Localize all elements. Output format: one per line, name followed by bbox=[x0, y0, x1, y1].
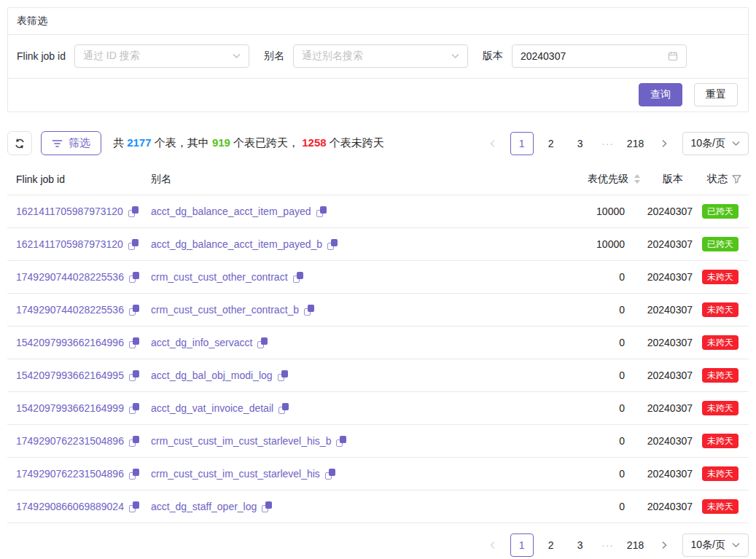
copy-icon[interactable] bbox=[327, 239, 338, 250]
page-button-1[interactable]: 1 bbox=[510, 533, 534, 557]
alias-link[interactable]: crm_cust_cust_im_cust_starlevel_his bbox=[151, 468, 320, 480]
page-button-2[interactable]: 2 bbox=[539, 533, 563, 557]
copy-icon[interactable] bbox=[129, 305, 139, 316]
job-id-link[interactable]: 1749290866069889024 bbox=[16, 501, 124, 512]
next-page-button[interactable] bbox=[653, 132, 677, 155]
copy-icon[interactable] bbox=[128, 239, 139, 250]
page-size-select[interactable]: 10条/页 bbox=[682, 132, 749, 155]
page-button-3[interactable]: 3 bbox=[569, 533, 592, 557]
priority-cell: 0 bbox=[538, 501, 640, 512]
reset-button[interactable]: 重置 bbox=[694, 83, 738, 106]
copy-icon[interactable] bbox=[129, 403, 139, 414]
chevron-down-icon bbox=[233, 53, 241, 59]
alias-link[interactable]: crm_cust_cust_other_contract bbox=[151, 271, 288, 283]
filter-card-title: 表筛选 bbox=[8, 8, 748, 35]
copy-icon[interactable] bbox=[257, 337, 268, 348]
summary-seg: 个表，其中 bbox=[152, 136, 212, 149]
copy-icon[interactable] bbox=[293, 272, 303, 283]
job-id-link[interactable]: 1749290744028225536 bbox=[16, 271, 124, 283]
flink-job-id-select[interactable]: 通过 ID 搜索 bbox=[74, 44, 249, 68]
copy-icon[interactable] bbox=[278, 370, 288, 381]
page-button-218[interactable]: 218 bbox=[624, 132, 647, 155]
priority-cell: 0 bbox=[538, 304, 640, 316]
table-row: 1621411705987973120 acct_dg_balance_acct… bbox=[7, 228, 749, 261]
job-id-cell: 1749290866069889024 bbox=[7, 501, 151, 512]
table: Flink job id 别名 表优先级 版本 状态 1621411705987… bbox=[7, 163, 749, 523]
alias-link[interactable]: crm_cust_cust_other_contract_b bbox=[151, 304, 299, 316]
copy-icon[interactable] bbox=[129, 436, 139, 447]
alias-link[interactable]: acct_dg_balance_acct_item_payed bbox=[151, 206, 311, 217]
alias-cell: acct_dg_balance_acct_item_payed bbox=[151, 206, 538, 217]
copy-icon[interactable] bbox=[325, 469, 335, 480]
column-header-version: 版本 bbox=[640, 173, 693, 186]
alias-link[interactable]: acct_dg_balance_acct_item_payed_b bbox=[151, 238, 322, 250]
sort-carets-icon[interactable] bbox=[634, 174, 640, 184]
chevron-down-icon bbox=[451, 53, 459, 59]
alias-link[interactable]: crm_cust_cust_im_cust_starlevel_his_b bbox=[151, 435, 331, 447]
job-id-link[interactable]: 1749290762231504896 bbox=[16, 435, 124, 447]
funnel-icon[interactable] bbox=[732, 175, 741, 184]
page-button-3[interactable]: 3 bbox=[569, 132, 592, 155]
job-id-link[interactable]: 1621411705987973120 bbox=[16, 206, 123, 217]
column-header-priority[interactable]: 表优先级 bbox=[538, 173, 640, 186]
copy-icon[interactable] bbox=[316, 206, 327, 217]
job-id-link[interactable]: 1542097993662164996 bbox=[16, 337, 124, 348]
copy-icon[interactable] bbox=[336, 436, 346, 447]
alias-cell: acct_dg_balance_acct_item_payed_b bbox=[151, 238, 538, 250]
version-label: 版本 bbox=[483, 50, 503, 63]
job-id-cell: 1621411705987973120 bbox=[7, 238, 151, 250]
prev-page-button[interactable] bbox=[481, 533, 504, 557]
job-id-link[interactable]: 1621411705987973120 bbox=[16, 238, 123, 250]
alias-link[interactable]: acct_dg_staff_oper_log bbox=[151, 501, 257, 512]
priority-cell: 10000 bbox=[538, 206, 640, 217]
version-cell: 20240307 bbox=[640, 206, 693, 217]
priority-cell: 0 bbox=[538, 370, 640, 381]
job-id-link[interactable]: 1542097993662164999 bbox=[16, 402, 124, 414]
version-date-input[interactable]: 20240307 bbox=[512, 44, 687, 68]
sync-icon bbox=[14, 138, 26, 149]
pagination-top: 1 2 3 ··· 218 10条/页 bbox=[481, 132, 749, 155]
status-cell: 未跨天 bbox=[693, 466, 749, 481]
priority-cell: 0 bbox=[538, 271, 640, 283]
copy-icon[interactable] bbox=[262, 501, 272, 512]
page-jump-ellipsis[interactable]: ··· bbox=[598, 138, 618, 149]
job-id-cell: 1542097993662164995 bbox=[7, 370, 151, 381]
status-badge: 未跨天 bbox=[702, 335, 739, 350]
job-id-link[interactable]: 1749290762231504896 bbox=[16, 468, 124, 480]
copy-icon[interactable] bbox=[304, 305, 314, 316]
page-size-select[interactable]: 10条/页 bbox=[682, 533, 749, 557]
page-button-218[interactable]: 218 bbox=[624, 533, 647, 557]
page-button-1[interactable]: 1 bbox=[510, 132, 534, 155]
copy-icon[interactable] bbox=[129, 501, 139, 512]
job-id-link[interactable]: 1542097993662164995 bbox=[16, 370, 124, 381]
filter-fields-row: Flink job id 通过 ID 搜索 别名 通过别名搜索 版本 20240… bbox=[8, 35, 748, 79]
alias-label: 别名 bbox=[264, 50, 284, 63]
next-page-button[interactable] bbox=[653, 533, 677, 557]
prev-page-button[interactable] bbox=[481, 132, 504, 155]
copy-icon[interactable] bbox=[278, 403, 289, 414]
copy-icon[interactable] bbox=[129, 272, 139, 283]
column-header-job-id: Flink job id bbox=[7, 173, 151, 185]
copy-icon[interactable] bbox=[129, 370, 139, 381]
page-size-value: 10条/页 bbox=[691, 539, 725, 552]
page-button-2[interactable]: 2 bbox=[539, 132, 563, 155]
refresh-button[interactable] bbox=[7, 131, 32, 155]
job-id-cell: 1749290762231504896 bbox=[7, 435, 151, 447]
copy-icon[interactable] bbox=[128, 206, 139, 217]
alias-cell: crm_cust_cust_other_contract bbox=[151, 271, 538, 283]
priority-header-label: 表优先级 bbox=[588, 173, 628, 186]
alias-link[interactable]: acct_dg_bal_obj_modi_log bbox=[151, 370, 273, 381]
job-id-link[interactable]: 1749290744028225536 bbox=[16, 304, 124, 316]
copy-icon[interactable] bbox=[129, 337, 139, 348]
alias-link[interactable]: acct_dg_vat_invoice_detail bbox=[151, 402, 273, 414]
copy-icon[interactable] bbox=[129, 469, 139, 480]
query-button[interactable]: 查询 bbox=[639, 83, 682, 106]
alias-select[interactable]: 通过别名搜索 bbox=[293, 44, 468, 68]
page-jump-ellipsis[interactable]: ··· bbox=[598, 539, 618, 551]
table-row: 1749290762231504896 crm_cust_cust_im_cus… bbox=[7, 425, 749, 458]
status-cell: 已跨天 bbox=[693, 204, 749, 219]
alias-link[interactable]: acct_dg_info_servacct bbox=[151, 337, 252, 348]
toolbar: 筛选 共 2177 个表，其中 919 个表已跨天， 1258 个表未跨天 1 … bbox=[7, 131, 749, 155]
job-id-cell: 1542097993662164999 bbox=[7, 402, 151, 414]
filter-button[interactable]: 筛选 bbox=[41, 131, 101, 155]
